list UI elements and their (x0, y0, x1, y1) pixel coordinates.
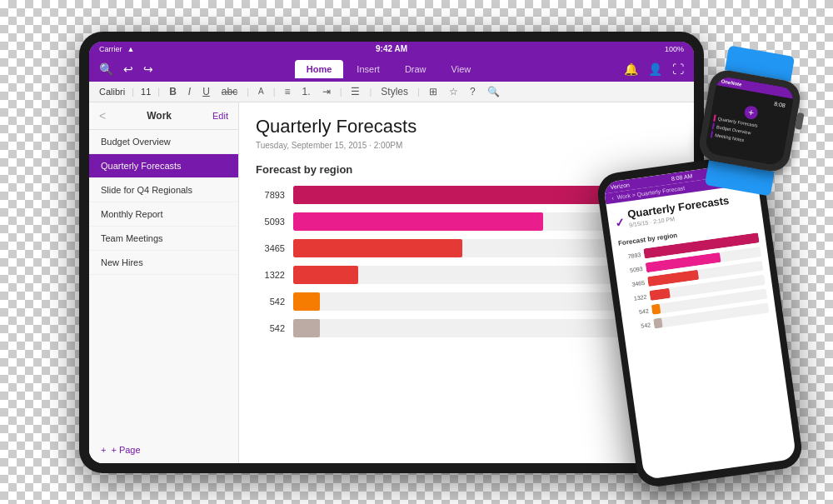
sidebar-item-budget-overview[interactable]: Budget Overview (89, 130, 238, 154)
align-button[interactable]: ☰ (348, 85, 362, 98)
bar-label-1: 7893 (256, 190, 285, 200)
phone-content: ✓ Quarterly Forecasts 9/15/15 · 2:10 PM … (606, 183, 796, 480)
note-date: Tuesday, September 15, 2015 · 2:00PM (256, 141, 677, 150)
help-button[interactable]: ? (467, 85, 478, 98)
tab-draw[interactable]: Draw (393, 60, 438, 78)
bar-label-3: 3465 (256, 243, 285, 253)
toolbar-nav-row: 🔍 ↩ ↪ Home Insert Draw View 🔔 👤 ⛶ (89, 57, 694, 82)
phone-bar-fill-4 (649, 288, 670, 301)
watch-screen: OneNote 8:08 + Quarterly Forecasts Budge… (705, 76, 796, 167)
bell-icon[interactable]: 🔔 (624, 62, 638, 76)
note-title: Quarterly Forecasts (256, 116, 677, 137)
bar-fill-4 (293, 266, 358, 284)
phone-bar-chart: 7893 5093 3465 (620, 232, 770, 332)
forward-icon[interactable]: ↪ (143, 62, 153, 76)
phone-bar-fill-6 (653, 317, 662, 328)
user-icon[interactable]: 👤 (648, 62, 662, 76)
sidebar-section-title: Work (147, 110, 172, 122)
bar-label-2: 5093 (256, 217, 285, 227)
search-format-button[interactable]: 🔍 (485, 85, 502, 98)
bar-fill-5 (293, 292, 320, 311)
phone-bar-label-2: 5093 (621, 265, 643, 273)
table-button[interactable]: ⊞ (426, 85, 440, 98)
phone-carrier: Verizon (610, 182, 630, 190)
list-button[interactable]: ≡ (282, 85, 293, 98)
sidebar-item-quarterly-forecasts[interactable]: Quarterly Forecasts (89, 154, 238, 178)
phone-bar-fill-5 (651, 304, 661, 315)
bar-label-4: 1322 (256, 270, 285, 280)
status-time: 9:42 AM (376, 44, 407, 53)
phone-checkmark: ✓ (615, 215, 626, 230)
status-bar-left: Carrier ▲ (99, 45, 134, 53)
sidebar: < Work Edit Budget Overview Quarterly Fo… (89, 102, 239, 463)
phone-bar-label-6: 542 (630, 322, 651, 330)
font-name[interactable]: Calibri (99, 87, 125, 97)
sidebar-edit-button[interactable]: Edit (212, 111, 228, 121)
phone-bar-label-5: 542 (627, 307, 649, 316)
phone-back-arrow[interactable]: ‹ (611, 195, 614, 201)
watch-crown (795, 112, 804, 130)
tab-home[interactable]: Home (295, 60, 344, 78)
phone-screen: Verizon 8:08 AM 100% ‹ Work > Quarterly … (603, 162, 796, 480)
fullscreen-icon[interactable]: ⛶ (672, 62, 684, 76)
highlight-button[interactable]: A (256, 86, 267, 97)
bar-label-5: 542 (256, 297, 285, 307)
sidebar-header: < Work Edit (89, 102, 238, 130)
ordered-list-button[interactable]: 1. (300, 85, 313, 98)
add-page-icon: + (101, 445, 106, 455)
styles-button[interactable]: Styles (378, 85, 411, 98)
bar-fill-2 (293, 212, 543, 231)
toolbar-tabs: Home Insert Draw View (285, 60, 492, 78)
sidebar-item-monthly-report[interactable]: Monthly Report (89, 202, 238, 227)
sidebar-item-slide-q4[interactable]: Slide for Q4 Regionals (89, 178, 238, 202)
watch-device: OneNote 8:08 + Quarterly Forecasts Budge… (680, 41, 819, 201)
bold-button[interactable]: B (167, 85, 179, 98)
tab-view[interactable]: View (440, 60, 483, 78)
sidebar-item-team-meetings[interactable]: Team Meetings (89, 227, 238, 251)
phone-bar-label-4: 1322 (626, 293, 647, 302)
font-size[interactable]: 11 (141, 87, 151, 97)
strikethrough-button[interactable]: abc (219, 85, 240, 98)
italic-button[interactable]: I (186, 85, 193, 98)
content-area: < Work Edit Budget Overview Quarterly Fo… (89, 102, 694, 463)
carrier-label: Carrier (99, 45, 122, 53)
bar-label-6: 542 (256, 323, 285, 333)
underline-button[interactable]: U (200, 85, 212, 98)
indent-button[interactable]: ⇥ (320, 85, 333, 98)
format-bar: Calibri | 11 | B I U abc | A | ≡ 1. ⇥ | … (89, 82, 694, 102)
status-bar-right: 100% (665, 45, 684, 53)
wifi-icon: ▲ (127, 45, 135, 53)
bar-fill-3 (293, 239, 462, 257)
watch-content: 8:08 + Quarterly Forecasts Budget Overvi… (705, 85, 794, 166)
tab-insert[interactable]: Insert (345, 60, 392, 78)
watch-add-button[interactable]: + (743, 105, 759, 121)
back-icon[interactable]: ↩ (123, 62, 133, 76)
phone-bar-label-1: 7893 (620, 252, 641, 260)
bar-row-6: 542 (256, 319, 677, 337)
watch-body: OneNote 8:08 + Quarterly Forecasts Budge… (696, 67, 802, 173)
add-page-label: + Page (111, 445, 140, 455)
search-icon[interactable]: 🔍 (99, 62, 113, 76)
tablet-screen: Carrier ▲ 9:42 AM 100% 🔍 ↩ ↪ Home Insert (89, 42, 694, 463)
picture-button[interactable]: ☆ (446, 85, 461, 98)
battery-label: 100% (665, 45, 684, 53)
sidebar-back-arrow[interactable]: < (99, 109, 106, 122)
sidebar-item-new-hires[interactable]: New Hires (89, 251, 238, 275)
bar-fill-6 (293, 319, 320, 337)
onenote-toolbar: Carrier ▲ 9:42 AM 100% 🔍 ↩ ↪ Home Insert (89, 42, 694, 82)
add-page-button[interactable]: + + Page (89, 437, 238, 463)
phone-bar-label-3: 3465 (624, 279, 646, 287)
